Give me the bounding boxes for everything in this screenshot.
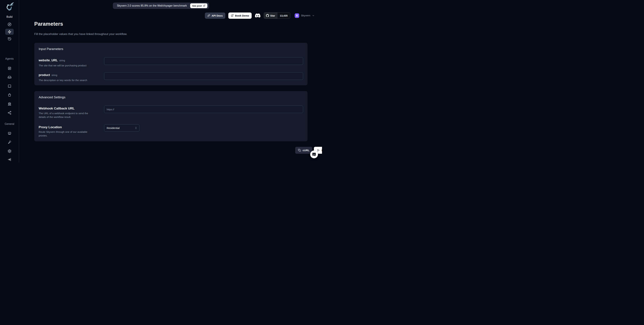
proxy-location-value: Residential	[107, 127, 120, 130]
parameter-type: string	[52, 74, 57, 77]
shopping-bag-icon	[8, 93, 12, 97]
chevron-down-icon	[312, 14, 314, 17]
announcement-banner: Skyvern 2.0 scores 85.8% on the WebVoyag…	[113, 3, 209, 9]
key-icon	[8, 140, 12, 144]
chat-bubble-icon	[312, 152, 316, 157]
input-parameters-card: Input Parameters website_URLstring The s…	[34, 43, 308, 85]
webhook-label: Webhook Callback URL	[39, 107, 74, 110]
curl-label: cURL	[302, 149, 309, 152]
advanced-settings-card: Advanced Settings Webhook Callback URL T…	[34, 91, 308, 141]
sidebar-section-agents: Agents	[5, 57, 14, 61]
proxy-location-select[interactable]: Residential	[104, 124, 140, 132]
github-icon	[266, 14, 269, 17]
api-docs-button[interactable]: API Docs	[205, 13, 225, 19]
sidebar-item-run-history[interactable]	[5, 36, 14, 42]
inbox-icon	[8, 75, 12, 79]
github-star-widget: Star 13,435	[264, 12, 290, 19]
github-star-count[interactable]: 13,435	[277, 13, 290, 19]
sidebar-item-receipt-agent[interactable]	[5, 83, 14, 89]
org-avatar	[295, 13, 299, 18]
proxy-location-description: Route Skyvern through one of our availab…	[39, 130, 94, 138]
building-icon	[296, 14, 298, 17]
sidebar-item-discover[interactable]	[5, 21, 14, 27]
advanced-settings-title: Advanced Settings	[39, 95, 65, 99]
webhook-description: The URL of a webhook endpoint to send th…	[39, 112, 89, 119]
see-post-button[interactable]: See post	[190, 4, 208, 8]
skyvern-app: Build Agents	[0, 0, 322, 163]
announcement-text: Skyvern 2.0 scores 85.8% on the WebVoyag…	[117, 4, 187, 7]
discord-icon	[255, 13, 260, 18]
parameter-name: website_URL	[39, 59, 58, 62]
sidebar-section-general: General	[5, 122, 14, 126]
github-star-button[interactable]: Star	[264, 13, 277, 19]
workflow-actions: cURL Run workflow	[68, 147, 322, 154]
sidebar-item-billing[interactable]	[5, 130, 14, 136]
sidebar-item-purchasing-agent[interactable]	[5, 92, 14, 98]
sidebar-item-inbox-agent[interactable]	[5, 74, 14, 80]
external-link-icon	[231, 14, 234, 17]
proxy-location-label: Proxy Location	[39, 125, 62, 129]
arrow-right-to-line-icon	[8, 158, 12, 161]
compass-icon	[8, 23, 12, 26]
sidebar-item-integrations[interactable]	[5, 110, 14, 116]
sidebar-item-invoice-agent[interactable]	[5, 65, 14, 71]
receipt-icon	[8, 84, 12, 88]
collapse-sidebar-button[interactable]	[5, 156, 14, 163]
chat-widget-button[interactable]	[310, 151, 318, 158]
sidebar-item-api-keys[interactable]	[5, 139, 14, 145]
chevrons-up-down-icon	[135, 127, 137, 129]
sidebar-section-build: Build	[6, 15, 12, 19]
parameter-row: productstring	[39, 73, 57, 77]
curl-button[interactable]: cURL	[295, 147, 312, 154]
page-title: Parameters	[34, 21, 63, 27]
github-star-label: Star	[270, 14, 275, 17]
org-name: Skyvern	[301, 14, 310, 17]
skyvern-logo[interactable]	[5, 2, 14, 11]
parameter-name: product	[39, 73, 50, 77]
book-demo-label: Book Demo	[235, 14, 249, 17]
page-subtitle: Fill the placeholder values that you hav…	[34, 33, 127, 36]
input-parameters-title: Input Parameters	[39, 47, 63, 51]
parameter-description: The description or key words for the sea…	[39, 78, 87, 82]
skyvern-dragon-logo	[5, 2, 14, 11]
credit-card-icon	[8, 131, 12, 135]
play-icon	[317, 149, 320, 152]
share-icon	[8, 111, 12, 115]
product-input[interactable]	[104, 72, 303, 80]
invoice-icon	[8, 66, 12, 70]
website-url-input[interactable]	[104, 57, 303, 65]
api-docs-label: API Docs	[212, 14, 223, 17]
sidebar-item-settings[interactable]	[5, 148, 14, 154]
webhook-url-input[interactable]	[104, 106, 303, 113]
bank-icon	[8, 102, 12, 106]
main-header: API Docs Book Demo Star 13,435	[205, 12, 314, 19]
sidebar-item-banking-agent[interactable]	[5, 101, 14, 107]
book-demo-button[interactable]: Book Demo	[228, 13, 252, 19]
see-post-label: See post	[192, 5, 202, 7]
zap-icon	[8, 30, 12, 34]
link-icon	[208, 14, 210, 17]
external-link-icon	[203, 5, 206, 7]
parameter-type: string	[59, 59, 65, 62]
history-icon	[8, 37, 12, 41]
sidebar: Build Agents	[0, 0, 19, 163]
run-workflow-label: Run workflow	[322, 149, 322, 152]
parameter-row: website_URLstring	[39, 59, 65, 62]
parameter-description: The site that we will be purchasing prod…	[39, 64, 86, 67]
copy-icon	[298, 149, 301, 152]
discord-link[interactable]	[255, 13, 260, 18]
org-menu-button[interactable]: Skyvern	[295, 13, 314, 18]
settings-gear-icon	[8, 149, 12, 153]
sidebar-item-workflows[interactable]	[5, 29, 14, 35]
